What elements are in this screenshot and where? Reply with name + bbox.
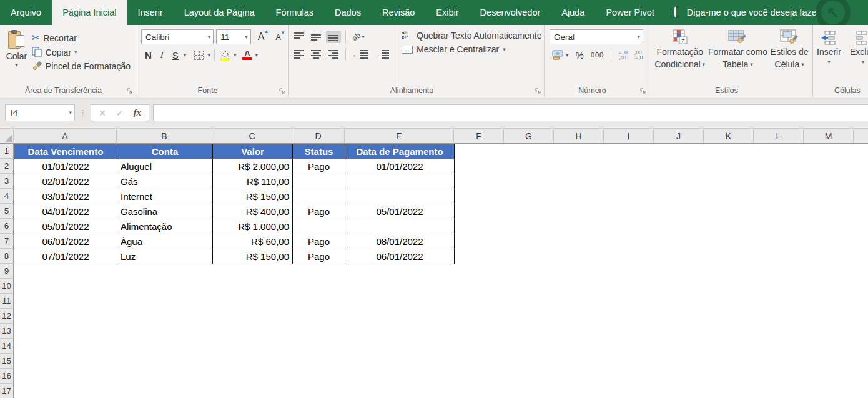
table-cell[interactable] [345,174,455,189]
row-header-7[interactable]: 7 [0,234,14,249]
number-dialog-launcher[interactable] [640,88,646,94]
borders-dropdown-icon[interactable]: ▾ [207,52,210,58]
table-cell[interactable]: Luz [117,249,213,264]
wrap-text-button[interactable]: ab c↵ Quebrar Texto Automaticamente [402,31,542,41]
tab-formulas[interactable]: Fórmulas [265,0,324,25]
tab-arquivo[interactable]: Arquivo [0,0,52,25]
table-cell[interactable]: 04/01/2022 [14,204,117,219]
table-cell[interactable]: R$ 2.000,00 [213,159,293,174]
underline-button[interactable]: S [169,49,182,61]
row-header-15[interactable]: 15 [0,354,14,369]
align-bottom-button[interactable] [326,31,341,43]
percent-style-button[interactable]: % [573,49,586,61]
italic-button[interactable]: I [157,49,167,61]
column-header-i[interactable]: I [604,129,654,143]
table-cell[interactable]: 08/01/2022 [345,234,455,249]
fill-color-button[interactable] [219,50,232,61]
table-cell[interactable]: 05/01/2022 [345,204,455,219]
align-top-button[interactable] [292,31,307,43]
column-header-a[interactable]: A [14,129,117,143]
table-cell[interactable]: R$ 400,00 [213,204,293,219]
increase-decimal-button[interactable]: ←,0 ,00 [616,49,629,61]
table-cell[interactable]: Alimentação [117,219,213,234]
table-cell[interactable]: 01/01/2022 [14,159,117,174]
underline-dropdown-icon[interactable]: ▾ [184,52,187,58]
column-header-g[interactable]: G [504,129,554,143]
table-cell[interactable]: 06/01/2022 [14,234,117,249]
formula-input[interactable] [153,104,868,121]
table-cell[interactable]: R$ 110,00 [213,174,293,189]
row-header-11[interactable]: 11 [0,294,14,309]
name-box[interactable]: I4 ▾ [5,104,75,121]
column-header-f[interactable]: F [454,129,504,143]
decrease-decimal-button[interactable]: ,00 →,0 [631,49,645,61]
cancel-entry-button[interactable]: ✕ [99,108,106,118]
table-cell[interactable]: 01/01/2022 [345,159,455,174]
align-right-button[interactable] [326,48,341,61]
font-color-button[interactable]: A [240,50,254,60]
font-color-dropdown-icon[interactable]: ▾ [255,52,258,58]
alignment-dialog-launcher[interactable] [535,88,541,94]
table-cell[interactable]: R$ 1.000,00 [213,219,293,234]
tab-desenvolvedor[interactable]: Desenvolvedor [470,0,551,25]
table-cell[interactable]: Gasolina [117,204,213,219]
column-header-e[interactable]: E [345,129,454,143]
row-header-6[interactable]: 6 [0,219,14,234]
row-header-17[interactable]: 17 [0,384,14,398]
row-header-16[interactable]: 16 [0,369,14,384]
column-header-h[interactable]: H [554,129,604,143]
table-cell[interactable]: Água [117,234,213,249]
column-header-j[interactable]: J [654,129,704,143]
table-cell[interactable]: Internet [117,189,213,204]
row-header-4[interactable]: 4 [0,189,14,204]
select-all-corner[interactable] [0,129,14,143]
table-cell[interactable]: R$ 60,00 [213,234,293,249]
paste-button[interactable]: Colar ▾ [4,28,29,84]
borders-button[interactable] [194,51,204,60]
table-cell[interactable] [293,219,345,234]
column-header-m[interactable]: M [804,129,854,143]
orientation-button[interactable]: ab ▾ [350,31,367,43]
row-header-5[interactable]: 5 [0,204,14,219]
row-header-8[interactable]: 8 [0,249,14,264]
insert-cells-button[interactable]: Inserir ▾ [817,28,841,84]
column-header-l[interactable]: L [754,129,804,143]
table-cell[interactable] [345,189,455,204]
row-header-14[interactable]: 14 [0,339,14,354]
table-cell[interactable]: Aluguel [117,159,213,174]
tab-layout-da-pagina[interactable]: Layout da Página [174,0,265,25]
align-middle-button[interactable] [309,31,324,43]
table-header-cell[interactable]: Conta [117,144,213,159]
fill-color-dropdown-icon[interactable]: ▾ [234,52,237,58]
insert-function-button[interactable]: fx [133,107,141,118]
formula-bar-resize-handle[interactable]: ⋮ [79,108,87,117]
tab-revisao[interactable]: Revisão [372,0,425,25]
accounting-format-button[interactable]: ▾ [550,49,571,61]
tab-inserir[interactable]: Inserir [127,0,173,25]
cut-button[interactable]: ✂ Recortar [29,31,133,45]
align-left-button[interactable] [292,48,307,61]
tab-dados[interactable]: Dados [324,0,372,25]
table-cell[interactable]: Gás [117,174,213,189]
table-cell[interactable]: 07/01/2022 [14,249,117,264]
row-header-10[interactable]: 10 [0,279,14,294]
bold-button[interactable]: N [141,49,155,61]
column-header-b[interactable]: B [117,129,212,143]
tab-ajuda[interactable]: Ajuda [551,0,595,25]
column-header-d[interactable]: D [292,129,345,143]
column-header-partial[interactable] [854,129,868,143]
table-header-cell[interactable]: Data de Pagamento [345,144,455,159]
tab-power-pivot[interactable]: Power Pivot [595,0,664,25]
sheet-canvas[interactable]: Data VencimentoContaValorStatusData de P… [14,144,868,398]
tab-pagina-inicial[interactable]: Página Inicial [52,0,127,25]
table-cell[interactable]: 03/01/2022 [14,189,117,204]
table-header-cell[interactable]: Data Vencimento [14,144,117,159]
merge-center-button[interactable]: ↔ Mesclar e Centralizar ▾ [402,44,542,54]
tab-exibir[interactable]: Exibir [425,0,469,25]
table-cell[interactable]: Pago [293,234,345,249]
tell-me-search[interactable]: Diga-me o que você deseja fazer [665,0,829,25]
table-cell[interactable]: 05/01/2022 [14,219,117,234]
align-center-button[interactable] [309,48,324,61]
table-cell[interactable]: R$ 150,00 [213,189,293,204]
table-cell[interactable]: Pago [293,159,345,174]
